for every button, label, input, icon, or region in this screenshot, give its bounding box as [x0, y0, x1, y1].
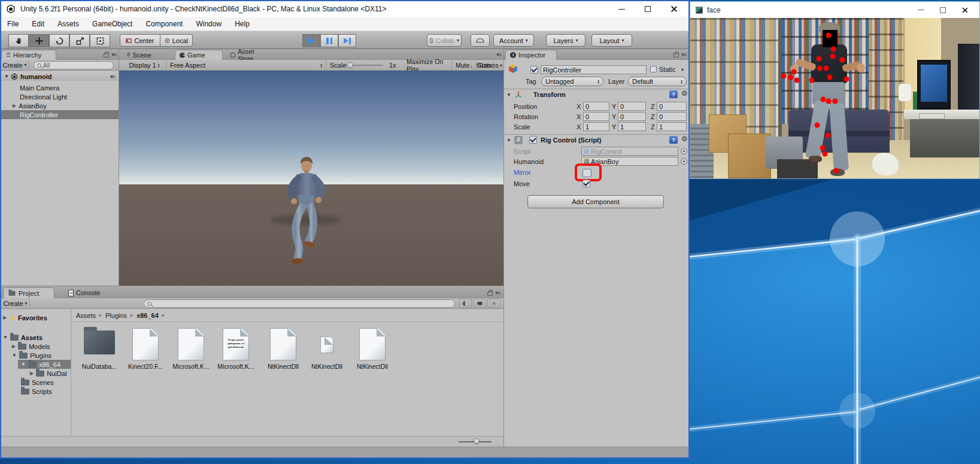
tab-asset-store[interactable]: Asset Store [226, 50, 275, 60]
help-icon[interactable]: ? [669, 136, 678, 144]
face-maximize-button[interactable] [934, 2, 952, 18]
rig-control-foldout[interactable]: ▼ [506, 138, 511, 143]
script-object-picker[interactable] [681, 148, 687, 154]
hierarchy-search-input[interactable]: All [34, 61, 114, 69]
breadcrumb-assets[interactable]: Assets [76, 312, 96, 319]
scale-z-field[interactable]: 1 [657, 122, 687, 131]
asset-microsoft-k-file-2[interactable]: Neque porro quisquam est qui dolorem. Mi… [214, 328, 258, 370]
save-search-button[interactable]: ★ [487, 299, 500, 308]
tree-plugins[interactable]: ▼ Plugins [12, 351, 51, 360]
tab-console[interactable]: Console [64, 287, 108, 298]
hierarchy-item-asianboy[interactable]: ▶ AsianBoy [1, 101, 119, 110]
foldout-icon[interactable]: ▼ [21, 362, 26, 367]
hierarchy-item-rigcontroller[interactable]: RigController [1, 110, 119, 119]
asset-kinect20-file[interactable]: Kinect20.F... [123, 328, 168, 370]
rotation-z-field[interactable]: 0 [657, 112, 687, 121]
rotation-x-field[interactable]: 0 [583, 112, 609, 121]
tree-scenes[interactable]: Scenes [21, 378, 54, 387]
cloud-button[interactable] [471, 34, 490, 47]
transform-foldout[interactable]: ▼ [506, 92, 511, 98]
scale-y-field[interactable]: 1 [618, 122, 646, 131]
script-field[interactable]: RigControl [581, 147, 678, 156]
foldout-icon[interactable]: ▶ [30, 371, 34, 376]
menu-component[interactable]: Component [145, 20, 183, 28]
display-dropdown[interactable]: Display 1 ▴▾ [123, 60, 166, 70]
foldout-icon[interactable]: ▼ [12, 353, 17, 358]
menu-help[interactable]: Help [235, 20, 250, 28]
layout-dropdown[interactable]: Layout ▾ [591, 34, 632, 47]
help-icon[interactable]: ? [669, 90, 678, 98]
move-checkbox[interactable] [582, 180, 590, 187]
thumbnail-size-slider-knob[interactable] [474, 438, 480, 444]
scale-slider-knob[interactable] [347, 62, 353, 68]
gear-icon[interactable]: ⚙ [681, 89, 688, 98]
tab-hierarchy[interactable]: ☰ Hierarchy [1, 50, 56, 60]
move-tool-button[interactable] [29, 34, 49, 47]
space-toggle-button[interactable]: Local [160, 34, 193, 47]
unity-close-button[interactable] [661, 1, 687, 17]
pause-button[interactable] [320, 34, 338, 47]
asset-ntkinectdll-file-2[interactable]: NtKinectDll [305, 328, 349, 370]
foldout-icon[interactable]: ▼ [3, 335, 8, 340]
breadcrumb-x86-64[interactable]: x86_64 [136, 312, 159, 319]
tree-assets[interactable]: ▼ Assets [3, 333, 43, 342]
collab-button[interactable]: ✓ Collab ▾ [427, 34, 462, 47]
gameobject-active-checkbox[interactable] [530, 66, 538, 74]
hierarchy-item-directional-light[interactable]: Directional Light [1, 92, 119, 101]
position-z-field[interactable]: 0 [657, 102, 687, 111]
menu-edit[interactable]: Edit [32, 20, 44, 28]
asset-ntkinectdll-file-3[interactable]: NtKinectDll [350, 328, 395, 370]
gameobject-name-field[interactable]: RigController [541, 65, 647, 74]
hand-tool-button[interactable] [8, 34, 29, 47]
mute-audio-toggle[interactable]: Mute Audio [452, 60, 476, 70]
tab-game[interactable]: Game [175, 50, 223, 60]
rotate-tool-button[interactable] [49, 34, 69, 47]
layer-dropdown[interactable]: Default ▴▾ [628, 77, 687, 86]
project-search-input[interactable] [144, 299, 455, 308]
scene-menu-icon[interactable]: ▾≡ [110, 74, 115, 80]
tree-models[interactable]: ▶ Models [12, 342, 50, 351]
static-checkbox[interactable] [650, 66, 657, 72]
face-minimize-button[interactable] [912, 2, 930, 18]
position-x-field[interactable]: 0 [583, 102, 609, 111]
menu-window[interactable]: Window [196, 20, 222, 28]
gizmos-button[interactable]: Gizmos ▾ [477, 60, 502, 70]
game-viewport[interactable] [119, 71, 503, 286]
hierarchy-panel-menu[interactable]: ▾≡ [104, 51, 116, 57]
tree-x86-64[interactable]: ▼ x86_64 [21, 360, 60, 369]
tab-scene[interactable]: # Scene [123, 50, 157, 60]
asset-ntkinectdll-file-1[interactable]: NtKinectDll [261, 328, 305, 370]
tree-favorites[interactable]: ▶ ★ Favorites [3, 313, 47, 322]
layers-dropdown[interactable]: Layers ▾ [546, 34, 585, 47]
tree-nuidatabase[interactable]: ▶ NuiDat [30, 369, 67, 378]
scale-x-field[interactable]: 1 [583, 122, 609, 131]
position-y-field[interactable]: 0 [618, 102, 646, 111]
project-create-button[interactable]: Create ▾ [1, 298, 30, 308]
menu-assets[interactable]: Assets [57, 20, 79, 28]
foldout-icon[interactable]: ▶ [12, 344, 16, 349]
tag-dropdown[interactable]: Untagged ▴▾ [541, 77, 603, 86]
account-dropdown[interactable]: Account ▾ [493, 34, 534, 47]
foldout-icon[interactable]: ▶ [3, 315, 7, 320]
breadcrumb-plugins[interactable]: Plugins [105, 312, 127, 319]
rect-tool-button[interactable] [90, 34, 110, 47]
asset-nuidatabase-folder[interactable]: NuiDataba... [77, 328, 122, 370]
search-by-type-button[interactable] [459, 299, 472, 308]
tab-project[interactable]: Project [3, 287, 54, 298]
project-panel-menu[interactable]: ▾≡ [487, 290, 500, 296]
aspect-dropdown[interactable]: Free Aspect ▴▾ [166, 60, 326, 70]
rig-control-enabled-checkbox[interactable] [529, 136, 537, 144]
hierarchy-item-main-camera[interactable]: Main Camera [1, 83, 119, 92]
add-component-button[interactable]: Add Component [527, 195, 664, 208]
menu-file[interactable]: File [7, 20, 19, 28]
scale-slider-track[interactable] [353, 65, 383, 66]
rotation-y-field[interactable]: 0 [618, 112, 646, 121]
static-dropdown-arrow[interactable]: ▾ [681, 67, 684, 72]
gear-icon[interactable]: ⚙ [681, 135, 688, 143]
scale-tool-button[interactable] [69, 34, 90, 47]
menu-gameobject[interactable]: GameObject [92, 20, 132, 28]
maximize-on-play-toggle[interactable]: Maximize On Play [403, 60, 452, 70]
step-button[interactable] [338, 34, 356, 47]
inspector-panel-menu[interactable]: ▾≡ [673, 51, 686, 57]
hierarchy-scene-row[interactable]: ▼ humanoid ▾≡ [1, 72, 119, 81]
